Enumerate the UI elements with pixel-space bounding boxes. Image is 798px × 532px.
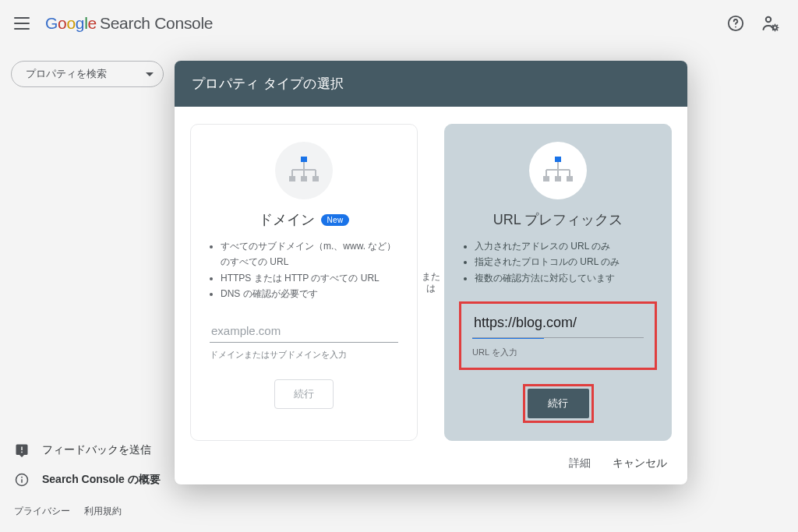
svg-rect-23 xyxy=(555,176,561,181)
url-prefix-option-card[interactable]: URL プレフィックス 入力されたアドレスの URL のみ 指定されたプロトコル… xyxy=(444,124,672,441)
continue-button-highlight: 続行 xyxy=(523,384,594,423)
domain-bullets: すべてのサブドメイン（m.、www. など）のすべての URL HTTPS また… xyxy=(205,238,403,302)
svg-rect-16 xyxy=(555,157,561,162)
new-badge: New xyxy=(321,214,350,226)
option-separator: または xyxy=(418,124,444,441)
svg-rect-15 xyxy=(312,176,319,181)
property-type-dialog: プロパティ タイプの選択 ドメイン New xyxy=(175,61,687,484)
svg-rect-7 xyxy=(301,157,307,162)
url-input-highlight: URL を入力 xyxy=(459,301,657,370)
sitemap-icon xyxy=(275,142,333,199)
domain-input[interactable] xyxy=(210,319,398,343)
svg-rect-14 xyxy=(301,176,307,181)
domain-bullet: HTTPS または HTTP のすべての URL xyxy=(221,270,403,286)
domain-option-card[interactable]: ドメイン New すべてのサブドメイン（m.、www. など）のすべての URL… xyxy=(190,124,418,441)
url-prefix-input[interactable] xyxy=(472,312,644,338)
url-prefix-continue-button[interactable]: 続行 xyxy=(528,389,589,418)
url-prefix-bullet: 複数の確認方法に対応しています xyxy=(475,270,657,286)
dialog-title: プロパティ タイプの選択 xyxy=(175,61,687,107)
url-prefix-bullet: 入力されたアドレスの URL のみ xyxy=(475,238,657,254)
domain-continue-button[interactable]: 続行 xyxy=(274,379,334,409)
cancel-button[interactable]: キャンセル xyxy=(613,456,667,470)
details-button[interactable]: 詳細 xyxy=(569,456,591,470)
domain-bullet: DNS の確認が必要です xyxy=(221,286,403,301)
url-prefix-bullets: 入力されたアドレスの URL のみ 指定されたプロトコルの URL のみ 複数の… xyxy=(459,238,657,286)
svg-rect-22 xyxy=(543,176,549,181)
sitemap-icon xyxy=(529,142,587,199)
domain-card-title: ドメイン xyxy=(259,210,315,229)
url-prefix-input-help: URL を入力 xyxy=(472,347,644,358)
dialog-footer: 詳細 キャンセル xyxy=(175,446,687,484)
svg-rect-13 xyxy=(289,176,295,181)
url-prefix-card-title: URL プレフィックス xyxy=(493,210,623,229)
url-prefix-bullet: 指定されたプロトコルの URL のみ xyxy=(475,254,657,270)
svg-rect-24 xyxy=(567,176,573,181)
domain-bullet: すべてのサブドメイン（m.、www. など）のすべての URL xyxy=(221,238,403,270)
domain-input-help: ドメインまたはサブドメインを入力 xyxy=(210,349,398,361)
